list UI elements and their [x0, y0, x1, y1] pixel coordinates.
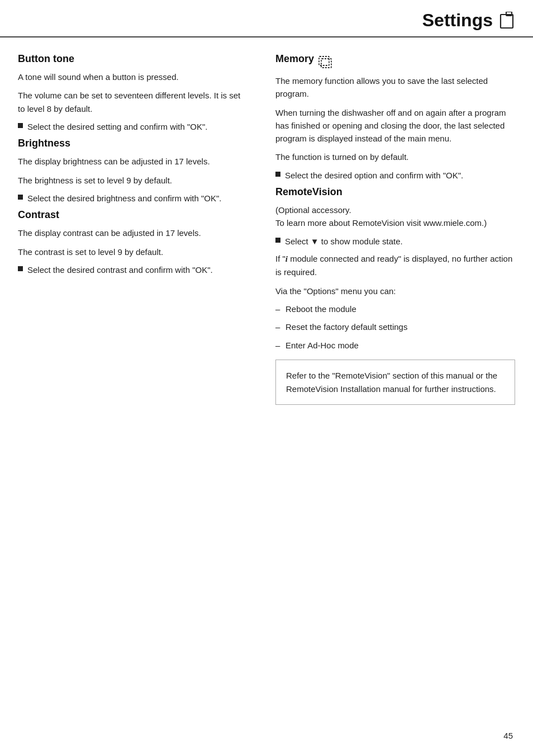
bullet-square-icon — [275, 238, 280, 243]
info-icon-text: i — [285, 254, 288, 263]
section-body-contrast: The display contrast can be adjusted in … — [18, 226, 249, 276]
page-title: Settings — [422, 10, 515, 31]
section-title-brightness: Brightness — [18, 138, 249, 149]
contrast-para-1: The display contrast can be adjusted in … — [18, 226, 249, 239]
memory-icon — [318, 54, 335, 69]
remotevision-para-3: Via the "Options" menu you can: — [275, 285, 515, 297]
section-title-memory: Memory — [275, 53, 335, 69]
memory-para-3: The function is turned on by default. — [275, 150, 515, 163]
section-remotevision: RemoteVision (Optional accessory.To lear… — [275, 186, 515, 405]
section-button-tone: Button tone A tone will sound when a but… — [18, 53, 249, 133]
bullet-brightness-text: Select the desired brightness and confir… — [27, 192, 221, 205]
bullet-memory-text: Select the desired option and confirm wi… — [285, 169, 463, 182]
bullet-contrast-text: Select the desired contrast and confirm … — [27, 264, 213, 277]
settings-title-text: Settings — [422, 10, 493, 31]
section-body-remotevision: (Optional accessory.To learn more about … — [275, 204, 515, 405]
section-memory: Memory The memory function allows you to… — [275, 53, 515, 182]
brightness-bullet-1: Select the desired brightness and confir… — [18, 192, 249, 205]
page-number: 45 — [503, 731, 513, 740]
section-title-button-tone: Button tone — [18, 53, 249, 65]
options-list: Reboot the module Reset the factory defa… — [275, 303, 515, 352]
section-title-contrast: Contrast — [18, 209, 249, 221]
bullet-square-icon — [18, 266, 23, 271]
bullet-square-icon — [275, 172, 280, 177]
brightness-para-2: The brightness is set to level 9 by defa… — [18, 174, 249, 187]
bullet-remotevision-text: Select ▼ to show module state. — [285, 235, 403, 248]
section-title-remotevision: RemoteVision — [275, 186, 515, 198]
memory-para-2: When turning the dishwasher off and on a… — [275, 106, 515, 145]
section-contrast: Contrast The display contrast can be adj… — [18, 209, 249, 276]
button-tone-para-1: A tone will sound when a button is press… — [18, 70, 249, 83]
bullet-tone-text: Select the desired setting and confirm w… — [27, 121, 207, 134]
memory-bullet-1: Select the desired option and confirm wi… — [275, 169, 515, 182]
info-box-text: Refer to the "RemoteVision" section of t… — [286, 371, 497, 393]
button-tone-para-2: The volume can be set to seventeen diffe… — [18, 89, 249, 115]
section-body-button-tone: A tone will sound when a button is press… — [18, 70, 249, 133]
contrast-bullet-1: Select the desired contrast and confirm … — [18, 264, 249, 277]
page-header: Settings — [0, 0, 533, 37]
option-reboot: Reboot the module — [275, 303, 515, 316]
svg-rect-0 — [501, 15, 513, 28]
remotevision-para-2: If "i module connected and ready" is dis… — [275, 252, 515, 279]
memory-title-row: Memory — [275, 53, 515, 69]
button-tone-bullet-1: Select the desired setting and confirm w… — [18, 121, 249, 134]
section-brightness: Brightness The display brightness can be… — [18, 138, 249, 205]
bullet-square-icon — [18, 123, 23, 128]
option-reset: Reset the factory default settings — [275, 321, 515, 334]
memory-para-1: The memory function allows you to save t… — [275, 74, 515, 101]
remotevision-para-1: (Optional accessory.To learn more about … — [275, 204, 515, 230]
brightness-para-1: The display brightness can be adjusted i… — [18, 155, 249, 168]
svg-rect-2 — [319, 56, 329, 65]
section-body-memory: The memory function allows you to save t… — [275, 74, 515, 182]
bullet-square-icon — [18, 195, 23, 200]
svg-rect-3 — [321, 59, 331, 68]
info-box: Refer to the "RemoteVision" section of t… — [275, 360, 515, 405]
page-content: Button tone A tone will sound when a but… — [0, 37, 533, 427]
option-adhoc: Enter Ad-Hoc mode — [275, 339, 515, 352]
settings-tab-icon — [499, 12, 515, 30]
contrast-para-2: The contrast is set to level 9 by defaul… — [18, 245, 249, 258]
right-column: Memory The memory function allows you to… — [266, 53, 515, 405]
left-column: Button tone A tone will sound when a but… — [18, 53, 266, 405]
section-body-brightness: The display brightness can be adjusted i… — [18, 155, 249, 205]
remotevision-bullet-1: Select ▼ to show module state. — [275, 235, 515, 248]
